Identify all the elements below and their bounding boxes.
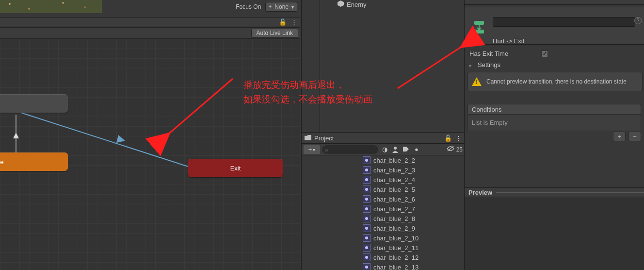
preview-label: Preview: [468, 189, 492, 196]
preview-area: [465, 197, 644, 270]
has-exit-time-checkbox[interactable]: [541, 51, 548, 57]
list-item[interactable]: char_blue_2_12: [302, 253, 465, 262]
conditions-footer: + −: [467, 131, 641, 142]
annotation-text: 播放完受伤动画后退出， 如果没勾选，不会播放受伤动画: [243, 78, 372, 107]
node-label: ew State: [0, 158, 4, 166]
list-item[interactable]: char_blue_2_7: [302, 204, 465, 214]
node-label: Exit: [230, 165, 241, 172]
warning-box: Cannot preview transition, there is no d…: [467, 72, 643, 91]
hierarchy-panel[interactable]: Enemy: [320, 0, 465, 132]
asset-label: char_blue_2_8: [373, 215, 415, 222]
annotation-line2: 如果没勾选，不会播放受伤动画: [243, 92, 372, 107]
middle-pane: Enemy Project 🔓 ⋮ + ⌕ ◑ ●: [301, 0, 464, 270]
warning-text: Cannot preview transition, there is no d…: [486, 78, 627, 85]
sprite-icon: [363, 224, 370, 232]
svg-rect-8: [474, 21, 484, 25]
crosshair-icon: ⌖: [269, 3, 272, 10]
filter-label-icon[interactable]: [402, 145, 410, 154]
animator-node-exit[interactable]: Exit: [188, 159, 283, 177]
kebab-menu-icon[interactable]: ⋮: [290, 18, 297, 26]
asset-label: char_blue_2_13: [373, 264, 419, 270]
list-item[interactable]: char_blue_2_9: [302, 223, 465, 233]
conditions-add-button[interactable]: +: [613, 132, 626, 141]
sprite-icon: [363, 263, 370, 270]
project-add-button[interactable]: +: [304, 145, 320, 154]
svg-marker-3: [116, 135, 125, 143]
sprite-icon: [363, 186, 370, 193]
inspector-header: ? Hurt -> Exit: [465, 7, 644, 45]
conditions-header: Conditions: [467, 104, 641, 115]
has-exit-time-row: Has Exit Time: [465, 49, 644, 59]
animator-sub-bar: 🔓 ⋮: [0, 17, 300, 26]
conditions-label: Conditions: [472, 106, 501, 113]
sprite-icon: [363, 166, 370, 174]
preview-divider: [496, 192, 644, 193]
conditions-body: List is Empty: [467, 115, 641, 131]
animator-node-hurt[interactable]: Hurt: [0, 94, 68, 113]
has-exit-time-label: Has Exit Time: [469, 50, 537, 57]
asset-label: char_blue_2_6: [373, 196, 415, 203]
animator-top-bar: Focus On ⌖ None: [0, 0, 301, 13]
asset-label: char_blue_2_11: [373, 244, 419, 252]
animator-livelink-bar: Auto Live Link: [0, 27, 300, 39]
eye-off-icon: [447, 146, 454, 153]
minus-icon: −: [633, 133, 637, 140]
filter-type-icon[interactable]: ◑: [380, 145, 389, 154]
project-list[interactable]: char_blue_2_2 char_blue_2_3 char_blue_2_…: [302, 155, 465, 270]
focus-on-dropdown[interactable]: ⌖ None: [265, 2, 297, 12]
sprite-icon: [363, 215, 370, 222]
asset-label: char_blue_2_4: [373, 176, 415, 184]
sprite-icon: [363, 205, 370, 213]
animator-node-new-state[interactable]: ew State: [0, 152, 68, 171]
settings-foldout[interactable]: Settings: [465, 60, 644, 70]
list-item[interactable]: char_blue_2_5: [302, 185, 465, 194]
list-item[interactable]: char_blue_2_10: [302, 233, 465, 243]
asset-label: char_blue_2_10: [373, 235, 419, 242]
inspector-pane: ? Hurt -> Exit Has Exit Time Settings Ca…: [464, 0, 644, 270]
list-item[interactable]: char_blue_2_13: [302, 262, 465, 270]
preview-header[interactable]: Preview: [465, 187, 644, 197]
sprite-icon: [363, 253, 370, 261]
animator-pane: Focus On ⌖ None 🔓 ⋮ Auto Live Link: [0, 0, 301, 270]
gameobject-icon: [338, 0, 344, 8]
plus-icon: +: [617, 133, 621, 140]
list-item[interactable]: char_blue_2_3: [302, 165, 465, 175]
project-header: Project 🔓 ⋮: [302, 132, 465, 144]
sprite-icon: [363, 156, 370, 164]
warning-icon: [472, 77, 482, 86]
settings-label: Settings: [478, 61, 500, 68]
chevron-down-icon: [291, 3, 294, 10]
folder-icon: [305, 135, 311, 142]
filter-person-icon[interactable]: [391, 145, 400, 154]
focus-on-label: Focus On: [232, 2, 265, 12]
list-item[interactable]: char_blue_2_6: [302, 194, 465, 204]
sprite-icon: [363, 234, 370, 242]
transition-name-input[interactable]: [493, 17, 635, 27]
list-item[interactable]: char_blue_2_11: [302, 243, 465, 253]
lock-icon[interactable]: 🔓: [444, 135, 451, 142]
list-item[interactable]: char_blue_2_4: [302, 175, 465, 185]
help-icon[interactable]: ?: [634, 17, 642, 24]
plus-icon: +: [308, 146, 312, 153]
filter-save-icon[interactable]: ●: [412, 145, 421, 154]
sprite-icon: [363, 195, 370, 203]
hierarchy-item-enemy[interactable]: Enemy: [338, 0, 464, 9]
asset-label: char_blue_2_3: [373, 167, 415, 174]
lock-icon[interactable]: 🔓: [279, 18, 286, 26]
kebab-menu-icon[interactable]: ⋮: [455, 135, 462, 142]
project-search-input[interactable]: ⌕: [322, 145, 378, 154]
svg-point-6: [394, 147, 397, 150]
hidden-items-toggle[interactable]: 25: [447, 146, 463, 153]
foldout-icon: [469, 61, 474, 68]
auto-live-link-button[interactable]: Auto Live Link: [251, 29, 298, 38]
animator-graph-canvas[interactable]: Hurt ew State Exit: [0, 39, 300, 270]
annotation-line1: 播放完受伤动画后退出，: [243, 78, 372, 92]
svg-marker-5: [13, 133, 19, 138]
list-item[interactable]: char_blue_2_8: [302, 214, 465, 223]
asset-label: char_blue_2_5: [373, 186, 415, 193]
search-icon: ⌕: [325, 147, 328, 152]
list-item[interactable]: char_blue_2_2: [302, 155, 465, 165]
inspector-spacer: [465, 143, 644, 187]
conditions-remove-button[interactable]: −: [628, 132, 641, 141]
asset-label: char_blue_2_9: [373, 225, 415, 232]
